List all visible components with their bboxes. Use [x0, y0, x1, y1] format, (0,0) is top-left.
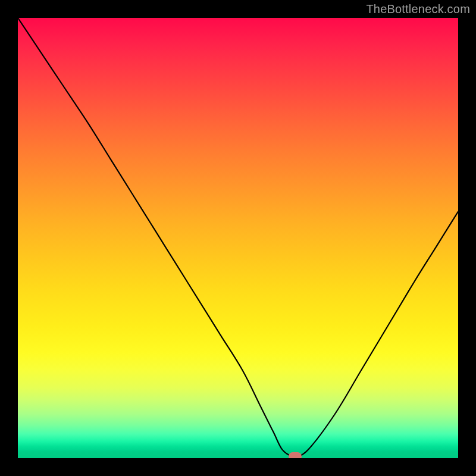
- curve-path: [18, 18, 458, 458]
- plot-area: [18, 18, 458, 458]
- bottleneck-curve: [18, 18, 458, 458]
- chart-frame: TheBottleneck.com: [0, 0, 476, 476]
- watermark-text: TheBottleneck.com: [366, 2, 470, 16]
- optimum-marker: [289, 452, 302, 458]
